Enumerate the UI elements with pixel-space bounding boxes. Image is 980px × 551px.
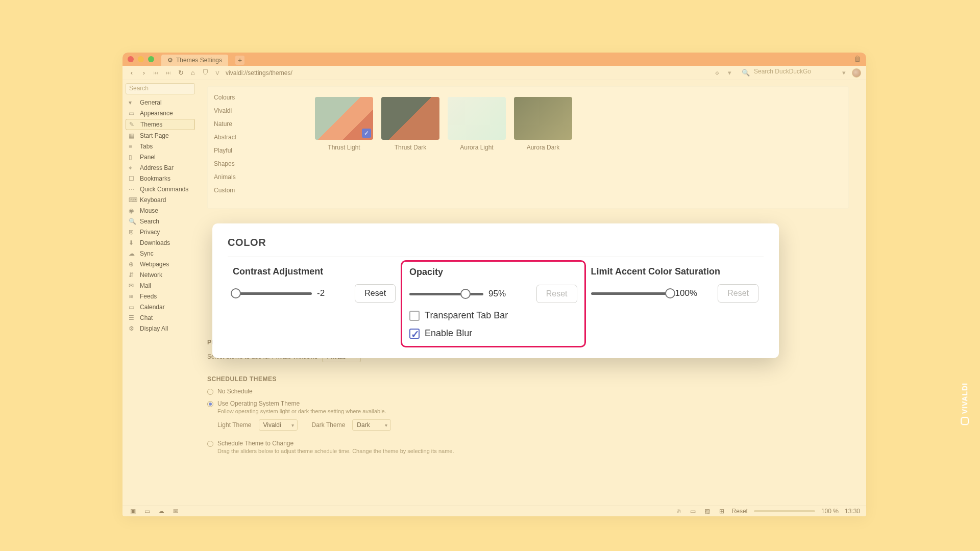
- status-image-icon[interactable]: ▨: [703, 508, 712, 515]
- sidebar-item-display all[interactable]: ⚙Display All: [126, 323, 195, 334]
- status-bar: ▣ ▭ ☁ ✉ ⎚ ▭ ▨ ⊞ Reset 100 % 13:30: [122, 505, 866, 516]
- category-animals[interactable]: Animals: [214, 170, 299, 184]
- contrast-reset-button[interactable]: Reset: [355, 284, 396, 303]
- sidebar-item-downloads[interactable]: ⬇Downloads: [126, 238, 195, 248]
- shield-icon[interactable]: ⛉: [201, 69, 209, 77]
- nav-back-button[interactable]: ‹: [128, 69, 136, 77]
- profile-avatar[interactable]: [852, 68, 861, 78]
- sidebar-search-input[interactable]: Search: [126, 83, 195, 94]
- theme-preview: [381, 97, 439, 140]
- sidebar-item-mouse[interactable]: ◉Mouse: [126, 206, 195, 216]
- status-capture-icon[interactable]: ⎚: [675, 508, 683, 515]
- light-theme-select[interactable]: Vivaldi: [259, 419, 298, 431]
- transparent-tabbar-label: Transparent Tab Bar: [425, 310, 508, 321]
- sidebar-item-network[interactable]: ⇵Network: [126, 270, 195, 280]
- opacity-slider[interactable]: [409, 289, 483, 298]
- category-nature[interactable]: Nature: [214, 117, 299, 131]
- toolbar: ‹ › ⏮ ⏭ ↻ ⌂ ⛉ V vivaldi://settings/theme…: [122, 66, 866, 80]
- sidebar-item-general[interactable]: ▾General: [126, 97, 195, 108]
- capture-icon[interactable]: ▭: [143, 508, 151, 515]
- opacity-reset-button[interactable]: Reset: [536, 285, 577, 303]
- sidebar-item-chat[interactable]: ☰Chat: [126, 313, 195, 323]
- sidebar-item-tabs[interactable]: ≡Tabs: [126, 141, 195, 152]
- address-bar[interactable]: vivaldi://settings/themes/: [226, 69, 292, 77]
- sidebar-item-icon: ≋: [129, 293, 136, 300]
- theme-aurora dark[interactable]: Aurora Dark: [514, 97, 572, 198]
- sidebar-item-label: Keyboard: [140, 196, 166, 204]
- new-tab-button[interactable]: +: [235, 56, 244, 65]
- sidebar-item-mail[interactable]: ✉Mail: [126, 281, 195, 291]
- saturation-label: Limit Accent Color Saturation: [591, 266, 758, 277]
- category-custom[interactable]: Custom: [214, 184, 299, 197]
- sidebar-item-quick commands[interactable]: ⋯Quick Commands: [126, 184, 195, 194]
- theme-thumbnails: Thrust LightThrust DarkAurora LightAuror…: [305, 87, 582, 208]
- sidebar-item-label: Privacy: [140, 229, 160, 236]
- sidebar-item-feeds[interactable]: ≋Feeds: [126, 291, 195, 302]
- fast-forward-button[interactable]: ⏭: [164, 70, 173, 76]
- tiling-icon[interactable]: ⊞: [718, 508, 726, 515]
- theme-thrust dark[interactable]: Thrust Dark: [381, 97, 439, 198]
- category-playful[interactable]: Playful: [214, 144, 299, 157]
- sidebar-item-themes[interactable]: ✎Themes: [126, 119, 195, 130]
- chevron-down-icon[interactable]: ▾: [840, 69, 848, 77]
- zoom-slider[interactable]: [754, 510, 815, 512]
- close-window-button[interactable]: [128, 56, 134, 62]
- dark-theme-select[interactable]: Dark: [352, 419, 391, 431]
- sidebar-item-icon: ⌖: [129, 164, 136, 171]
- sync-status-icon[interactable]: ☁: [157, 508, 165, 515]
- zoom-reset[interactable]: Reset: [732, 508, 748, 515]
- chevron-down-icon[interactable]: ▾: [725, 69, 733, 77]
- sidebar-item-privacy[interactable]: ⛨Privacy: [126, 227, 195, 237]
- sidebar-item-panel[interactable]: ▯Panel: [126, 152, 195, 162]
- radio-no-schedule[interactable]: [207, 389, 213, 395]
- sidebar-item-search[interactable]: 🔍Search: [126, 216, 195, 227]
- theme-thrust light[interactable]: Thrust Light: [315, 97, 373, 198]
- saturation-reset-button[interactable]: Reset: [718, 284, 758, 303]
- radio-use-os[interactable]: [207, 401, 213, 407]
- sidebar-item-webpages[interactable]: ⊕Webpages: [126, 259, 195, 269]
- sidebar-item-keyboard[interactable]: ⌨Keyboard: [126, 195, 195, 205]
- titlebar: ⚙ Themes Settings + 🗑: [122, 53, 866, 66]
- rewind-button[interactable]: ⏮: [152, 70, 160, 76]
- category-vivaldi[interactable]: Vivaldi: [214, 104, 299, 117]
- home-button[interactable]: ⌂: [189, 69, 197, 77]
- panel-toggle-icon[interactable]: ▣: [129, 508, 137, 515]
- reload-button[interactable]: ↻: [177, 69, 185, 77]
- radio-schedule-change[interactable]: [207, 441, 213, 447]
- color-heading: COLOR: [228, 237, 764, 248]
- sidebar-item-sync[interactable]: ☁Sync: [126, 248, 195, 259]
- transparent-tabbar-checkbox[interactable]: [409, 311, 420, 321]
- minimize-window-button[interactable]: [138, 56, 144, 62]
- theme-caption: Aurora Dark: [514, 144, 572, 151]
- contrast-slider[interactable]: [233, 289, 312, 298]
- trash-icon[interactable]: 🗑: [854, 55, 861, 63]
- sidebar-item-icon: ▭: [129, 110, 136, 117]
- tab-label: Themes Settings: [176, 57, 222, 64]
- sidebar-item-label: Panel: [140, 154, 156, 161]
- category-list: ColoursVivaldiNatureAbstractPlayfulShape…: [208, 87, 305, 208]
- saturation-group: Limit Accent Color Saturation 100% Reset: [586, 266, 764, 347]
- sidebar-item-label: Feeds: [140, 293, 157, 300]
- sidebar-item-bookmarks[interactable]: ☐Bookmarks: [126, 173, 195, 184]
- bookmark-icon[interactable]: ⟐: [713, 69, 721, 77]
- maximize-window-button[interactable]: [148, 56, 154, 62]
- sidebar-item-appearance[interactable]: ▭Appearance: [126, 108, 195, 118]
- category-shapes[interactable]: Shapes: [214, 157, 299, 170]
- sidebar-item-address bar[interactable]: ⌖Address Bar: [126, 163, 195, 173]
- saturation-slider[interactable]: [591, 289, 670, 298]
- nav-forward-button[interactable]: ›: [140, 69, 148, 77]
- sidebar-item-icon: ✉: [129, 282, 136, 289]
- theme-aurora light[interactable]: Aurora Light: [448, 97, 506, 198]
- search-input[interactable]: Search DuckDuckGo: [754, 68, 836, 78]
- enable-blur-checkbox[interactable]: [409, 329, 420, 339]
- radio-use-os-label: Use Operating System Theme: [217, 400, 300, 407]
- sidebar-item-calendar[interactable]: ▭Calendar: [126, 302, 195, 312]
- category-abstract[interactable]: Abstract: [214, 131, 299, 144]
- tab-themes-settings[interactable]: ⚙ Themes Settings: [161, 55, 228, 66]
- status-toggle-icon[interactable]: ▭: [689, 508, 697, 515]
- scheduled-heading: SCHEDULED THEMES: [207, 375, 857, 383]
- mail-status-icon[interactable]: ✉: [172, 508, 180, 515]
- sidebar-item-label: General: [140, 99, 162, 106]
- category-colours[interactable]: Colours: [214, 91, 299, 104]
- sidebar-item-start page[interactable]: ▦Start Page: [126, 131, 195, 141]
